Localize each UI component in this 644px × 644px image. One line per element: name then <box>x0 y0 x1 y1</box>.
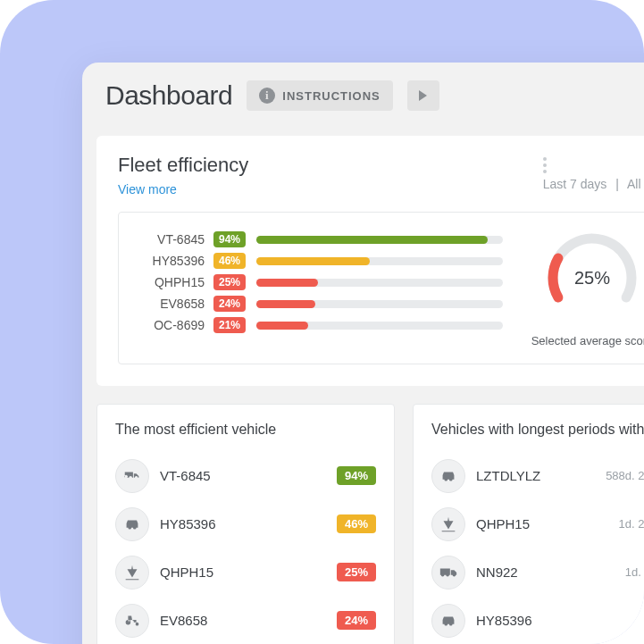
bar-badge: 24% <box>213 296 246 312</box>
idle-time: 1d. 2h 49min <box>625 565 644 579</box>
range-label: Last 7 days <box>543 177 607 191</box>
vehicle-name: VT-6845 <box>160 468 326 483</box>
bar-label: EV8658 <box>135 297 205 311</box>
bar-row: EV8658 24% <box>135 293 503 314</box>
score-badge: 46% <box>337 514 376 533</box>
idle-time: 23h 59min <box>638 614 644 627</box>
bar-track <box>256 236 503 244</box>
list-item[interactable]: HY85396 23h 59min <box>431 597 644 644</box>
card-title: Fleet efficiency <box>118 154 248 177</box>
bar-fill <box>256 300 315 308</box>
list-item[interactable]: QHPH15 25% <box>115 548 376 597</box>
bar-track <box>256 279 503 287</box>
bar-fill <box>256 279 318 287</box>
scope-label: All vehicles <box>627 177 644 191</box>
vehicle-name: EV8658 <box>160 613 326 628</box>
bar-track <box>256 300 503 308</box>
bar-track <box>256 322 503 330</box>
tractor-icon <box>115 604 149 638</box>
car-icon <box>431 604 465 638</box>
page-title: Dashboard <box>105 80 232 111</box>
bar-track <box>256 257 503 265</box>
car-icon <box>431 459 465 493</box>
card-meta: Last 7 days | All vehicles <box>543 177 644 191</box>
bar-fill <box>256 322 308 330</box>
score-badge: 25% <box>337 563 376 581</box>
topbar: Dashboard i INSTRUCTIONS <box>82 63 644 136</box>
instructions-label: INSTRUCTIONS <box>282 89 381 103</box>
list-item[interactable]: QHPH15 1d. 22h 33min <box>431 500 644 548</box>
gauge-wrap: 25% Selected average score <box>512 229 644 347</box>
bar-row: OC-8699 21% <box>135 314 503 336</box>
gauge-value: 25% <box>543 229 641 327</box>
bar-fill <box>256 236 488 244</box>
list-item[interactable]: EV8658 24% <box>115 597 376 644</box>
bar-badge: 25% <box>213 274 246 290</box>
bar-row: VT-6845 94% <box>135 229 503 250</box>
play-button[interactable] <box>407 80 439 111</box>
vehicle-name: QHPH15 <box>476 516 608 531</box>
app-window: Dashboard i INSTRUCTIONS Fleet efficienc… <box>82 63 644 644</box>
bar-fill <box>256 257 370 265</box>
vehicle-name: NN922 <box>476 565 615 580</box>
most-efficient-title: The most efficient vehicle <box>115 421 376 439</box>
idle-time: 1d. 22h 33min <box>619 517 644 531</box>
bar-label: QHPH15 <box>135 275 205 289</box>
list-item[interactable]: HY85396 46% <box>115 500 376 548</box>
instructions-button[interactable]: i INSTRUCTIONS <box>247 80 393 111</box>
bar-label: OC-8699 <box>135 318 205 332</box>
info-icon: i <box>259 88 275 104</box>
list-item[interactable]: VT-6845 94% <box>115 452 376 500</box>
bar-row: HY85396 46% <box>135 250 503 272</box>
bar-badge: 21% <box>213 317 246 333</box>
bar-row: QHPH15 25% <box>135 272 503 293</box>
list-item[interactable]: LZTDLYLZ 588d. 20h 57min <box>431 452 644 500</box>
longest-idle-title: Vehicles with longest periods without us… <box>431 421 644 439</box>
bar-label: HY85396 <box>135 254 205 268</box>
view-more-link[interactable]: View more <box>118 182 177 197</box>
play-icon <box>419 90 427 101</box>
boat-icon <box>431 507 465 541</box>
lorry-icon <box>431 556 465 590</box>
efficiency-bars: VT-6845 94% HY85396 46% QHPH15 25% EV865… <box>135 229 503 347</box>
card-menu-icon[interactable] <box>543 154 644 173</box>
idle-time: 588d. 20h 57min <box>606 469 644 482</box>
list-item[interactable]: NN922 1d. 2h 49min <box>431 548 644 597</box>
boat-icon <box>115 556 149 590</box>
longest-idle-card: Vehicles with longest periods without us… <box>413 404 644 644</box>
vehicle-name: QHPH15 <box>160 565 326 580</box>
vehicle-name: HY85396 <box>476 613 627 628</box>
truck-icon <box>115 459 149 493</box>
bar-label: VT-6845 <box>135 232 205 247</box>
score-badge: 24% <box>337 611 376 630</box>
efficiency-panel: VT-6845 94% HY85396 46% QHPH15 25% EV865… <box>118 212 644 364</box>
most-efficient-card: The most efficient vehicle VT-6845 94% H… <box>96 404 395 644</box>
bar-badge: 94% <box>213 231 246 247</box>
fleet-efficiency-card: Fleet efficiency View more Last 7 days |… <box>96 136 644 386</box>
bar-badge: 46% <box>213 253 246 269</box>
vehicle-name: HY85396 <box>160 516 326 531</box>
car-icon <box>115 507 149 541</box>
vehicle-name: LZTDLYLZ <box>476 468 595 483</box>
score-badge: 94% <box>337 466 376 485</box>
gauge: 25% <box>543 229 641 327</box>
